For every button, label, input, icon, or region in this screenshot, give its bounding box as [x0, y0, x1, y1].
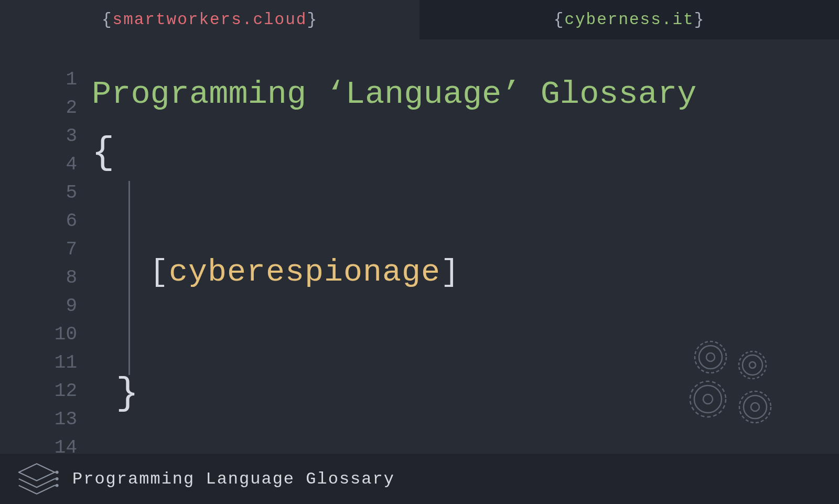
- svg-point-10: [744, 395, 767, 419]
- tab-smartworkers[interactable]: {smartworkers.cloud}: [0, 0, 420, 39]
- tab-cyberness[interactable]: {cyberness.it}: [420, 0, 839, 39]
- brace-open: {: [102, 10, 113, 29]
- line-gutter: 1 2 3 4 5 6 7 8 9 10 11 12 13 14: [0, 60, 92, 454]
- line-number: 1: [0, 66, 77, 94]
- line-number: 4: [0, 151, 77, 179]
- line-number: 6: [0, 207, 77, 235]
- bracket-open: [: [149, 254, 169, 290]
- glossary-term-line: [cyberespionage]: [149, 254, 460, 290]
- line-number: 5: [0, 179, 77, 207]
- footer-bar: Programming Language Glossary: [0, 454, 839, 504]
- svg-point-4: [743, 355, 762, 375]
- indent-guide: [128, 181, 130, 375]
- svg-point-8: [703, 394, 713, 404]
- svg-point-7: [694, 385, 722, 413]
- footer-title: Programming Language Glossary: [72, 469, 395, 489]
- line-number: 13: [0, 405, 77, 434]
- tab-label-active: smartworkers.cloud: [113, 10, 307, 29]
- line-number: 9: [0, 292, 77, 320]
- line-number: 3: [0, 122, 77, 151]
- line-number: 11: [0, 349, 77, 377]
- code-open-brace: {: [92, 109, 839, 167]
- page-title: Programming ‘Language’ Glossary: [92, 66, 839, 109]
- tab-label-inactive: cyberness.it: [564, 10, 694, 29]
- svg-point-6: [690, 381, 726, 417]
- layers-icon: [10, 458, 63, 500]
- brace-open: {: [554, 10, 565, 29]
- line-number: 2: [0, 94, 77, 122]
- svg-point-1: [699, 346, 722, 369]
- glossary-term: cyberespionage: [169, 254, 440, 290]
- line-number: 10: [0, 320, 77, 349]
- svg-point-2: [706, 353, 715, 361]
- svg-point-11: [751, 403, 759, 411]
- line-number: 8: [0, 264, 77, 292]
- gears-icon: [671, 331, 797, 436]
- brace-close: }: [694, 10, 705, 29]
- svg-point-5: [749, 362, 756, 368]
- tab-bar: {smartworkers.cloud} {cyberness.it}: [0, 0, 839, 39]
- line-number: 7: [0, 235, 77, 264]
- bracket-close: ]: [440, 254, 460, 290]
- line-number: 12: [0, 377, 77, 405]
- brace-close: }: [307, 10, 318, 29]
